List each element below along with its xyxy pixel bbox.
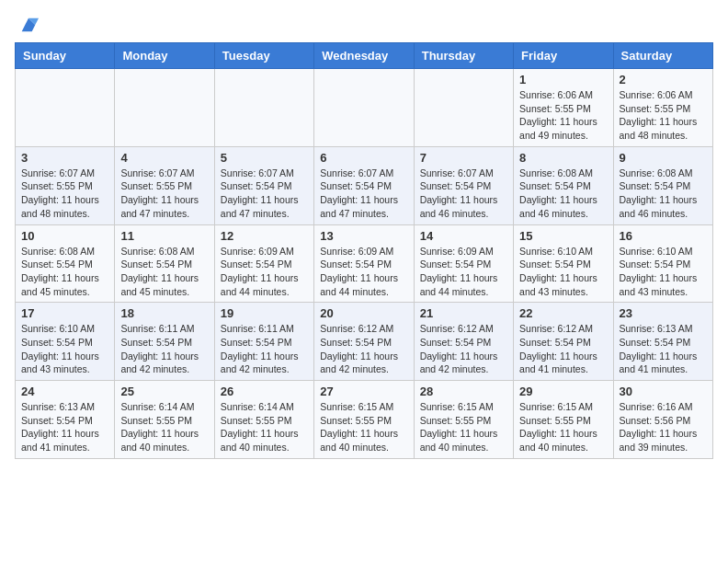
cell-info-text: Sunrise: 6:14 AMSunset: 5:55 PMDaylight:… bbox=[221, 400, 308, 454]
weekday-header-friday: Friday bbox=[514, 43, 613, 69]
calendar-cell: 9Sunrise: 6:08 AMSunset: 5:54 PMDaylight… bbox=[613, 146, 712, 224]
calendar-cell: 19Sunrise: 6:11 AMSunset: 5:54 PMDayligh… bbox=[214, 303, 313, 381]
calendar-header: SundayMondayTuesdayWednesdayThursdayFrid… bbox=[16, 43, 713, 69]
cell-info-text: Sunrise: 6:14 AMSunset: 5:55 PMDaylight:… bbox=[120, 400, 208, 454]
cell-info-text: Sunrise: 6:09 AMSunset: 5:54 PMDaylight:… bbox=[221, 245, 308, 299]
cell-date-number: 29 bbox=[519, 385, 607, 398]
cell-date-number: 18 bbox=[120, 306, 208, 320]
cell-date-number: 25 bbox=[120, 385, 208, 398]
cell-date-number: 10 bbox=[21, 229, 108, 243]
cell-info-text: Sunrise: 6:10 AMSunset: 5:54 PMDaylight:… bbox=[21, 322, 108, 376]
calendar-cell: 7Sunrise: 6:07 AMSunset: 5:54 PMDaylight… bbox=[414, 146, 513, 224]
cell-info-text: Sunrise: 6:07 AMSunset: 5:54 PMDaylight:… bbox=[420, 167, 507, 221]
cell-date-number: 13 bbox=[320, 229, 407, 243]
cell-info-text: Sunrise: 6:13 AMSunset: 5:54 PMDaylight:… bbox=[21, 400, 108, 454]
calendar-cell: 18Sunrise: 6:11 AMSunset: 5:54 PMDayligh… bbox=[115, 303, 214, 381]
cell-info-text: Sunrise: 6:15 AMSunset: 5:55 PMDaylight:… bbox=[320, 400, 407, 454]
calendar-week-row: 1Sunrise: 6:06 AMSunset: 5:55 PMDaylight… bbox=[16, 69, 713, 147]
calendar-cell: 2Sunrise: 6:06 AMSunset: 5:55 PMDaylight… bbox=[613, 69, 712, 147]
cell-info-text: Sunrise: 6:09 AMSunset: 5:54 PMDaylight:… bbox=[420, 245, 507, 299]
cell-info-text: Sunrise: 6:16 AMSunset: 5:56 PMDaylight:… bbox=[620, 400, 707, 454]
cell-date-number: 20 bbox=[320, 306, 407, 320]
calendar-cell: 29Sunrise: 6:15 AMSunset: 5:55 PMDayligh… bbox=[514, 381, 613, 459]
calendar-cell bbox=[214, 69, 313, 147]
weekday-header-saturday: Saturday bbox=[613, 43, 712, 69]
logo bbox=[15, 15, 39, 35]
cell-info-text: Sunrise: 6:12 AMSunset: 5:54 PMDaylight:… bbox=[420, 322, 507, 376]
calendar-cell: 12Sunrise: 6:09 AMSunset: 5:54 PMDayligh… bbox=[214, 224, 313, 303]
page-header bbox=[15, 15, 713, 35]
cell-date-number: 11 bbox=[120, 229, 208, 243]
calendar-cell: 6Sunrise: 6:07 AMSunset: 5:54 PMDaylight… bbox=[314, 146, 414, 224]
cell-date-number: 22 bbox=[519, 306, 607, 320]
weekday-header-monday: Monday bbox=[115, 43, 214, 69]
calendar-cell: 17Sunrise: 6:10 AMSunset: 5:54 PMDayligh… bbox=[16, 303, 115, 381]
calendar-cell bbox=[314, 69, 414, 147]
logo-icon bbox=[18, 15, 39, 35]
calendar-cell: 3Sunrise: 6:07 AMSunset: 5:55 PMDaylight… bbox=[16, 146, 115, 224]
cell-date-number: 23 bbox=[620, 306, 707, 320]
calendar-cell: 25Sunrise: 6:14 AMSunset: 5:55 PMDayligh… bbox=[115, 381, 214, 459]
calendar-cell: 8Sunrise: 6:08 AMSunset: 5:54 PMDaylight… bbox=[514, 146, 613, 224]
cell-info-text: Sunrise: 6:08 AMSunset: 5:54 PMDaylight:… bbox=[21, 245, 108, 299]
cell-info-text: Sunrise: 6:15 AMSunset: 5:55 PMDaylight:… bbox=[519, 400, 607, 454]
cell-info-text: Sunrise: 6:15 AMSunset: 5:55 PMDaylight:… bbox=[420, 400, 507, 454]
calendar-cell: 15Sunrise: 6:10 AMSunset: 5:54 PMDayligh… bbox=[514, 224, 613, 303]
calendar-cell: 28Sunrise: 6:15 AMSunset: 5:55 PMDayligh… bbox=[414, 381, 513, 459]
calendar-cell bbox=[115, 69, 214, 147]
cell-date-number: 14 bbox=[420, 229, 507, 243]
cell-date-number: 8 bbox=[519, 151, 607, 165]
cell-date-number: 3 bbox=[21, 151, 108, 165]
calendar-week-row: 24Sunrise: 6:13 AMSunset: 5:54 PMDayligh… bbox=[16, 381, 713, 459]
cell-date-number: 16 bbox=[620, 229, 707, 243]
calendar-cell: 20Sunrise: 6:12 AMSunset: 5:54 PMDayligh… bbox=[314, 303, 414, 381]
cell-info-text: Sunrise: 6:11 AMSunset: 5:54 PMDaylight:… bbox=[221, 322, 308, 376]
cell-date-number: 9 bbox=[620, 151, 707, 165]
cell-info-text: Sunrise: 6:12 AMSunset: 5:54 PMDaylight:… bbox=[320, 322, 407, 376]
cell-date-number: 28 bbox=[420, 385, 507, 398]
calendar-cell bbox=[414, 69, 513, 147]
calendar-cell: 24Sunrise: 6:13 AMSunset: 5:54 PMDayligh… bbox=[16, 381, 115, 459]
cell-date-number: 15 bbox=[519, 229, 607, 243]
calendar-cell: 13Sunrise: 6:09 AMSunset: 5:54 PMDayligh… bbox=[314, 224, 414, 303]
calendar-body: 1Sunrise: 6:06 AMSunset: 5:55 PMDaylight… bbox=[16, 69, 713, 459]
weekday-header-row: SundayMondayTuesdayWednesdayThursdayFrid… bbox=[16, 43, 713, 69]
cell-info-text: Sunrise: 6:13 AMSunset: 5:54 PMDaylight:… bbox=[620, 322, 707, 376]
calendar-week-row: 10Sunrise: 6:08 AMSunset: 5:54 PMDayligh… bbox=[16, 224, 713, 303]
calendar-cell: 21Sunrise: 6:12 AMSunset: 5:54 PMDayligh… bbox=[414, 303, 513, 381]
weekday-header-sunday: Sunday bbox=[16, 43, 115, 69]
weekday-header-tuesday: Tuesday bbox=[214, 43, 313, 69]
cell-info-text: Sunrise: 6:08 AMSunset: 5:54 PMDaylight:… bbox=[120, 245, 208, 299]
calendar-cell: 23Sunrise: 6:13 AMSunset: 5:54 PMDayligh… bbox=[613, 303, 712, 381]
calendar-cell: 16Sunrise: 6:10 AMSunset: 5:54 PMDayligh… bbox=[613, 224, 712, 303]
cell-date-number: 24 bbox=[21, 385, 108, 398]
cell-info-text: Sunrise: 6:11 AMSunset: 5:54 PMDaylight:… bbox=[120, 322, 208, 376]
cell-info-text: Sunrise: 6:10 AMSunset: 5:54 PMDaylight:… bbox=[620, 245, 707, 299]
cell-date-number: 30 bbox=[620, 385, 707, 398]
cell-date-number: 6 bbox=[320, 151, 407, 165]
cell-date-number: 26 bbox=[221, 385, 308, 398]
cell-info-text: Sunrise: 6:09 AMSunset: 5:54 PMDaylight:… bbox=[320, 245, 407, 299]
calendar-week-row: 3Sunrise: 6:07 AMSunset: 5:55 PMDaylight… bbox=[16, 146, 713, 224]
cell-info-text: Sunrise: 6:07 AMSunset: 5:55 PMDaylight:… bbox=[21, 167, 108, 221]
cell-date-number: 19 bbox=[221, 306, 308, 320]
cell-date-number: 21 bbox=[420, 306, 507, 320]
cell-info-text: Sunrise: 6:10 AMSunset: 5:54 PMDaylight:… bbox=[519, 245, 607, 299]
calendar-cell: 26Sunrise: 6:14 AMSunset: 5:55 PMDayligh… bbox=[214, 381, 313, 459]
calendar-cell: 11Sunrise: 6:08 AMSunset: 5:54 PMDayligh… bbox=[115, 224, 214, 303]
calendar-cell: 10Sunrise: 6:08 AMSunset: 5:54 PMDayligh… bbox=[16, 224, 115, 303]
calendar-cell: 1Sunrise: 6:06 AMSunset: 5:55 PMDaylight… bbox=[514, 69, 613, 147]
weekday-header-wednesday: Wednesday bbox=[314, 43, 414, 69]
cell-info-text: Sunrise: 6:07 AMSunset: 5:55 PMDaylight:… bbox=[120, 167, 208, 221]
calendar-cell: 14Sunrise: 6:09 AMSunset: 5:54 PMDayligh… bbox=[414, 224, 513, 303]
cell-info-text: Sunrise: 6:07 AMSunset: 5:54 PMDaylight:… bbox=[221, 167, 308, 221]
calendar-cell: 30Sunrise: 6:16 AMSunset: 5:56 PMDayligh… bbox=[613, 381, 712, 459]
calendar-table: SundayMondayTuesdayWednesdayThursdayFrid… bbox=[15, 42, 713, 459]
cell-info-text: Sunrise: 6:07 AMSunset: 5:54 PMDaylight:… bbox=[320, 167, 407, 221]
cell-info-text: Sunrise: 6:06 AMSunset: 5:55 PMDaylight:… bbox=[620, 88, 707, 143]
cell-date-number: 7 bbox=[420, 151, 507, 165]
cell-date-number: 5 bbox=[221, 151, 308, 165]
cell-date-number: 17 bbox=[21, 306, 108, 320]
cell-date-number: 1 bbox=[519, 73, 607, 86]
calendar-week-row: 17Sunrise: 6:10 AMSunset: 5:54 PMDayligh… bbox=[16, 303, 713, 381]
